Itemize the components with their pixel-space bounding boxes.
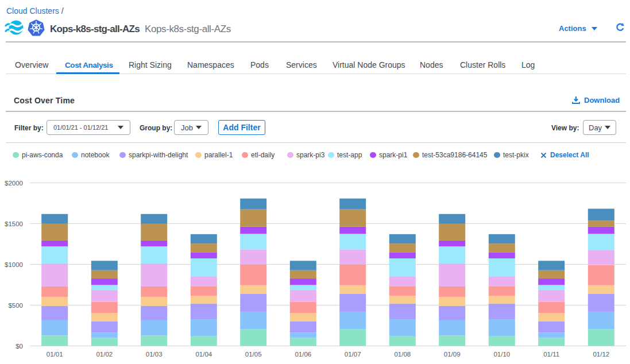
svg-text:01/11: 01/11 (543, 351, 559, 358)
svg-text:$1500: $1500 (5, 220, 23, 227)
svg-text:01/09: 01/09 (444, 351, 461, 358)
svg-text:01/08: 01/08 (394, 351, 411, 358)
svg-text:$1000: $1000 (5, 261, 23, 268)
svg-text:$500: $500 (8, 302, 23, 309)
svg-text:01/03: 01/03 (146, 351, 163, 358)
svg-text:01/12: 01/12 (593, 351, 609, 358)
svg-text:01/01: 01/01 (47, 351, 63, 358)
svg-text:01/05: 01/05 (245, 351, 262, 358)
svg-text:$2000: $2000 (5, 180, 23, 187)
svg-text:$0: $0 (16, 343, 23, 350)
svg-text:01/02: 01/02 (96, 351, 113, 358)
svg-text:01/07: 01/07 (345, 351, 361, 358)
svg-text:01/04: 01/04 (195, 351, 212, 358)
svg-text:01/06: 01/06 (295, 351, 311, 358)
svg-text:01/10: 01/10 (493, 351, 510, 358)
